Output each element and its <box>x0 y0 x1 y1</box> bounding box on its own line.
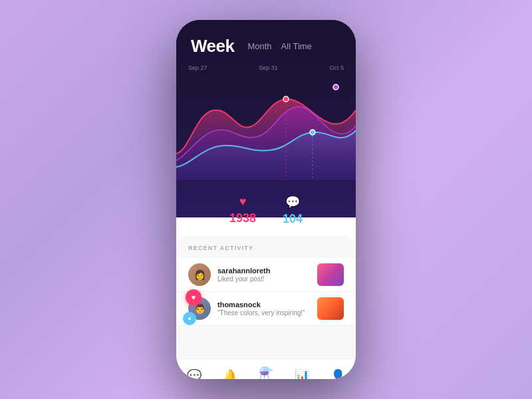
activity-text-2: thomasnock "These colors, very inspiring… <box>217 301 311 317</box>
nav-month[interactable]: Month <box>247 41 271 51</box>
heart-icon: ♥ <box>239 195 247 209</box>
activity-section-label: RECENT ACTIVITY <box>176 245 356 258</box>
stat-likes: ♥ 1938 <box>229 195 256 226</box>
activity-thumb-1 <box>317 263 344 286</box>
header-nav: Month All Time <box>247 41 311 51</box>
likes-value: 1938 <box>229 211 256 225</box>
nav-notifications[interactable]: 🔔 <box>223 368 237 380</box>
chat-icon: 💬 <box>187 368 201 380</box>
phone-inner: Week Month All Time Sep 27 Sep 31 Oct 5 <box>176 20 356 379</box>
svg-point-2 <box>333 84 338 90</box>
nav-flask[interactable]: ⚗️ <box>259 366 273 379</box>
profile-icon: 👤 <box>331 368 345 380</box>
stat-comments: 💬 104 <box>283 195 303 226</box>
nav-chat[interactable]: 💬 <box>187 368 201 380</box>
chart-label-3: Oct 5 <box>329 65 344 71</box>
activity-desc-1: Liked your post! <box>217 275 311 283</box>
stats-row: ♥ 1938 💬 104 <box>176 190 356 235</box>
flask-icon: ⚗️ <box>259 366 273 379</box>
phone-frame: Week Month All Time Sep 27 Sep 31 Oct 5 <box>176 20 356 379</box>
comment-icon: 💬 <box>285 195 300 209</box>
left-heart-badge: ♥ <box>186 289 201 305</box>
chart-area: Sep 27 Sep 31 Oct 5 <box>176 62 356 190</box>
nav-stats[interactable]: 📊 <box>295 368 309 380</box>
bar-chart-icon: 📊 <box>295 368 309 380</box>
activity-item-2[interactable]: 👨 thomasnock "These colors, very inspiri… <box>176 292 356 326</box>
comments-value: 104 <box>283 212 303 226</box>
left-circle-badge: ● <box>183 312 196 325</box>
bell-icon: 🔔 <box>223 368 237 380</box>
chart-svg <box>176 74 356 180</box>
activity-text-1: sarahannloreth Liked your post! <box>217 267 311 283</box>
chart-labels: Sep 27 Sep 31 Oct 5 <box>176 62 356 74</box>
avatar-1: 👩 <box>188 263 211 286</box>
activity-panel: ♥ ● RECENT ACTIVITY 👩 sarahannloreth Lik… <box>176 235 356 358</box>
bottom-nav: 💬 🔔 ⚗️ 📊 👤 <box>176 358 356 379</box>
activity-item-1[interactable]: 👩 sarahannloreth Liked your post! <box>176 258 356 292</box>
chart-label-2: Sep 31 <box>259 65 278 71</box>
activity-desc-2: "These colors, very inspiring!" <box>217 309 311 317</box>
header: Week Month All Time <box>176 20 356 62</box>
nav-profile[interactable]: 👤 <box>331 368 345 380</box>
activity-thumb-2 <box>317 297 344 320</box>
nav-alltime[interactable]: All Time <box>281 41 312 51</box>
username-2: thomasnock <box>217 301 311 309</box>
username-1: sarahannloreth <box>217 267 311 275</box>
chart-label-1: Sep 27 <box>188 65 207 71</box>
page-title: Week <box>191 36 234 57</box>
